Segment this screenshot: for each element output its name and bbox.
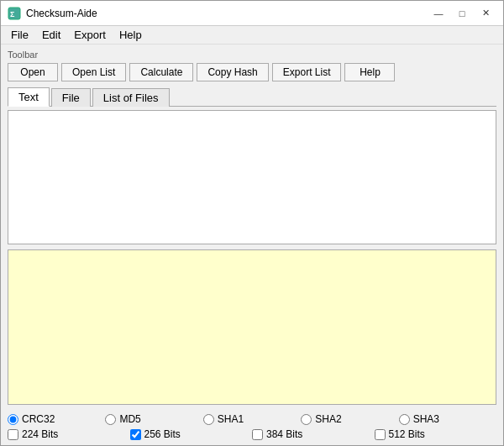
checkbox-224bits-input[interactable] (8, 429, 18, 440)
radio-crc32: CRC32 (8, 413, 105, 425)
checkbox-512bits-label[interactable]: 512 Bits (389, 428, 425, 440)
radio-sha1: SHA1 (203, 413, 301, 425)
radio-sha3-label[interactable]: SHA3 (413, 413, 439, 425)
content-area: Text File List of Files (1, 87, 503, 408)
radio-md5: MD5 (105, 413, 202, 425)
radio-sha2: SHA2 (301, 413, 398, 425)
radio-crc32-input[interactable] (8, 414, 18, 425)
menu-help[interactable]: Help (113, 27, 149, 43)
calculate-button[interactable]: Calculate (129, 63, 193, 81)
radio-sha1-input[interactable] (203, 414, 214, 425)
title-bar: Σ Checksum-Aide — □ ✕ (1, 1, 503, 26)
title-bar-controls: — □ ✕ (428, 5, 496, 22)
radio-sha2-input[interactable] (301, 414, 312, 425)
radio-sha1-label[interactable]: SHA1 (218, 413, 244, 425)
checkbox-512bits: 512 Bits (375, 428, 497, 440)
close-button[interactable]: ✕ (475, 5, 496, 22)
menu-export[interactable]: Export (67, 27, 113, 43)
checkbox-row: 224 Bits 256 Bits 384 Bits 512 Bits (8, 428, 496, 440)
tab-bar: Text File List of Files (8, 87, 496, 107)
window-title: Checksum-Aide (26, 8, 97, 19)
checkbox-256bits-label[interactable]: 256 Bits (144, 428, 181, 440)
tab-content (8, 107, 496, 405)
checkbox-512bits-input[interactable] (375, 429, 386, 440)
tab-list-of-files[interactable]: List of Files (92, 88, 170, 107)
tab-file[interactable]: File (51, 88, 91, 107)
tab-text[interactable]: Text (8, 87, 50, 107)
maximize-button[interactable]: □ (451, 5, 473, 22)
menu-edit[interactable]: Edit (35, 27, 67, 43)
copy-hash-button[interactable]: Copy Hash (197, 63, 268, 81)
main-window: Σ Checksum-Aide — □ ✕ File Edit Export H… (0, 0, 504, 446)
toolbar-label: Toolbar (8, 50, 496, 60)
checkbox-384bits-input[interactable] (252, 429, 263, 440)
toolbar-buttons: Open Open List Calculate Copy Hash Expor… (8, 63, 496, 81)
checkbox-256bits-input[interactable] (130, 429, 141, 440)
text-input[interactable] (8, 110, 496, 244)
checkbox-384bits-label[interactable]: 384 Bits (266, 428, 302, 440)
radio-md5-label[interactable]: MD5 (119, 413, 140, 425)
bottom-section: CRC32 MD5 SHA1 SHA2 SHA3 224 B (1, 408, 503, 445)
radio-row: CRC32 MD5 SHA1 SHA2 SHA3 (8, 413, 496, 425)
open-button[interactable]: Open (8, 63, 58, 81)
radio-crc32-label[interactable]: CRC32 (22, 413, 55, 425)
checkbox-224bits-label[interactable]: 224 Bits (22, 428, 58, 440)
minimize-button[interactable]: — (428, 5, 449, 22)
radio-sha3-input[interactable] (399, 414, 410, 425)
menu-bar: File Edit Export Help (1, 26, 503, 45)
help-button[interactable]: Help (344, 63, 395, 81)
title-bar-left: Σ Checksum-Aide (8, 7, 97, 20)
radio-sha2-label[interactable]: SHA2 (315, 413, 341, 425)
checkbox-384bits: 384 Bits (252, 428, 375, 440)
radio-sha3: SHA3 (399, 413, 496, 425)
toolbar-section: Toolbar Open Open List Calculate Copy Ha… (1, 45, 503, 87)
export-list-button[interactable]: Export List (272, 63, 342, 81)
hash-output[interactable] (8, 249, 496, 405)
radio-md5-input[interactable] (105, 414, 116, 425)
app-icon: Σ (8, 7, 21, 20)
checkbox-224bits: 224 Bits (8, 428, 130, 440)
menu-file[interactable]: File (4, 27, 35, 43)
checkbox-256bits: 256 Bits (130, 428, 253, 440)
open-list-button[interactable]: Open List (61, 63, 126, 81)
svg-text:Σ: Σ (10, 10, 15, 18)
